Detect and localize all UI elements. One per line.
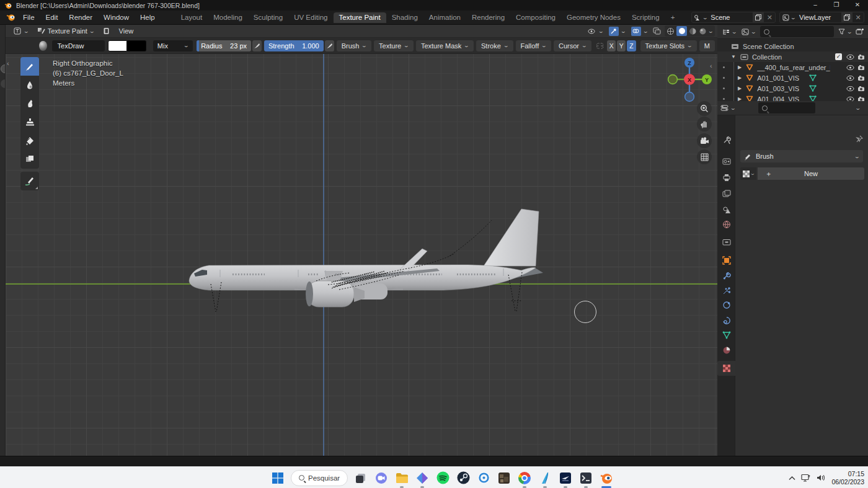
flightsim-app-icon[interactable]	[538, 471, 552, 486]
tab-constraints-icon[interactable]	[717, 313, 735, 328]
msfs-icon[interactable]	[558, 471, 573, 486]
falloff-popover[interactable]: Falloff⌄	[516, 40, 551, 51]
outliner-filter-mode[interactable]: ⌄	[739, 29, 758, 35]
blender-taskbar-icon[interactable]	[599, 471, 614, 486]
tab-layout[interactable]: Layout	[175, 12, 208, 23]
3d-viewport[interactable]: ⌄ Texture Paint ⌄ View ⌄ ⌄ ⌄ ⌄ Te	[6, 25, 717, 456]
tab-view-layer-icon[interactable]	[717, 186, 735, 201]
render-camera-icon[interactable]	[857, 86, 866, 92]
disc-app-icon[interactable]	[476, 471, 491, 486]
properties-search-input[interactable]	[758, 102, 815, 113]
shading-dropdown[interactable]: ⌄	[708, 29, 714, 34]
tab-scripting[interactable]: Scripting	[626, 12, 665, 23]
strength-slider[interactable]: Strength 1.000	[264, 40, 324, 51]
tool-draw[interactable]	[20, 57, 39, 76]
texture-slots-popover[interactable]: Texture Slots⌄	[640, 40, 697, 51]
brush-name-field[interactable]: TexDraw	[52, 40, 105, 51]
hide-eye-icon[interactable]	[846, 54, 854, 60]
outliner-row-object[interactable]: ▶ A01_001_VIS	[717, 73, 868, 83]
tab-modeling[interactable]: Modeling	[208, 12, 248, 23]
game-app-icon[interactable]	[497, 471, 512, 486]
tab-shading[interactable]: Shading	[386, 12, 423, 23]
outliner-row-object[interactable]: ▶ A01_003_VIS	[717, 83, 868, 94]
toggle-orthographic-button[interactable]	[697, 149, 712, 164]
new-texture-button[interactable]: ＋ New	[758, 167, 864, 180]
expand-icon[interactable]: ▶	[738, 96, 742, 101]
gizmo-z-negative-axis[interactable]	[685, 92, 694, 102]
primary-color-swatch[interactable]	[108, 40, 127, 51]
exclude-checkbox[interactable]: ✓	[835, 53, 842, 60]
tab-tool-icon[interactable]	[717, 133, 735, 148]
symmetry-x-toggle[interactable]: X	[607, 40, 616, 51]
chrome-icon[interactable]	[517, 471, 532, 486]
wireframe-shading-icon[interactable]	[666, 27, 675, 35]
camera-view-button[interactable]	[697, 133, 712, 148]
hide-eye-icon[interactable]	[846, 64, 854, 71]
microsoft-store-icon[interactable]	[415, 471, 430, 486]
tool-fill[interactable]	[20, 131, 39, 150]
tool-annotate[interactable]	[20, 172, 39, 190]
navigation-gizmo[interactable]: Z Y X	[666, 56, 716, 105]
mask-popover-clipped[interactable]: M	[699, 40, 715, 51]
menu-window[interactable]: Window	[98, 11, 135, 24]
tab-collection-icon[interactable]	[717, 234, 735, 249]
tab-output-icon[interactable]	[717, 170, 735, 185]
gizmo-y-negative-axis[interactable]	[668, 75, 678, 84]
new-collection-button[interactable]	[854, 28, 866, 35]
brush-type-dropdown[interactable]: ⌄	[740, 167, 756, 180]
blender-menu-icon[interactable]	[6, 13, 16, 22]
texture-popover[interactable]: Texture⌄	[374, 40, 414, 51]
task-view-button[interactable]	[353, 471, 368, 486]
network-display-icon[interactable]	[801, 474, 811, 482]
tool-clone[interactable]	[20, 113, 39, 131]
expand-icon[interactable]: ▶	[738, 75, 742, 81]
image-icon[interactable]	[99, 27, 115, 35]
file-explorer-icon[interactable]	[394, 471, 409, 486]
outliner-row-object[interactable]: ▶ A01_004_VIS	[717, 94, 868, 101]
tab-rendering[interactable]: Rendering	[466, 12, 510, 23]
secondary-color-swatch[interactable]	[127, 40, 146, 51]
outliner-search-input[interactable]	[760, 26, 834, 37]
remove-view-layer-icon[interactable]: ✕	[852, 12, 864, 22]
pan-tool-icon[interactable]	[1, 79, 6, 88]
solid-shading-icon[interactable]	[676, 26, 687, 36]
copy-scene-icon[interactable]	[753, 12, 764, 22]
tab-modifiers-icon[interactable]	[717, 268, 735, 283]
symmetry-z-toggle[interactable]: Z	[627, 40, 636, 51]
view-layer-name[interactable]: ViewLayer	[795, 14, 841, 21]
spotify-icon[interactable]	[435, 471, 450, 486]
visibility-dropdown[interactable]: ⌄	[586, 28, 605, 35]
tab-particles-icon[interactable]	[717, 283, 735, 298]
tab-material-icon[interactable]	[717, 343, 735, 358]
scene-selector[interactable]: ⌄ Scene ✕	[691, 12, 776, 23]
copy-view-layer-icon[interactable]	[841, 12, 852, 22]
xray-toggle[interactable]	[651, 27, 663, 35]
tab-compositing[interactable]: Compositing	[510, 12, 561, 23]
view-layer-selector[interactable]: ⌄ ViewLayer ✕	[779, 12, 864, 23]
hide-eye-icon[interactable]	[846, 75, 854, 81]
chat-icon[interactable]	[374, 471, 389, 486]
tab-geometry-nodes[interactable]: Geometry Nodes	[561, 12, 626, 23]
start-button[interactable]	[270, 471, 285, 486]
outliner-row-scene-collection[interactable]: Scene Collection	[717, 41, 868, 51]
scene-name[interactable]: Scene	[707, 14, 753, 21]
brush-popover[interactable]: Brush⌄	[337, 40, 371, 51]
tool-smear[interactable]	[20, 94, 39, 113]
tool-soften[interactable]	[20, 76, 39, 94]
render-camera-icon[interactable]	[857, 75, 866, 81]
properties-editor-type[interactable]: ⌄	[717, 104, 738, 112]
rendered-shading-icon[interactable]	[699, 27, 707, 35]
tab-world-icon[interactable]	[717, 217, 735, 232]
outliner-display-mode[interactable]: ⌄	[720, 29, 739, 35]
overlays-toggle[interactable]: ⌄	[629, 27, 650, 36]
expand-icon[interactable]: ▼	[731, 54, 736, 60]
clock[interactable]: 07:15 06/02/2023	[831, 470, 864, 486]
add-workspace-button[interactable]: +	[665, 12, 681, 23]
blend-mode-dropdown[interactable]: Mix⌄	[153, 40, 193, 51]
tab-render-icon[interactable]	[717, 154, 735, 169]
tab-sculpting[interactable]: Sculpting	[248, 12, 288, 23]
tray-chevron-icon[interactable]	[789, 476, 795, 481]
terminal-icon[interactable]	[578, 471, 593, 486]
radius-slider[interactable]: Radius 23 px	[197, 40, 251, 51]
cursor-popover[interactable]: Cursor⌄	[554, 40, 591, 51]
